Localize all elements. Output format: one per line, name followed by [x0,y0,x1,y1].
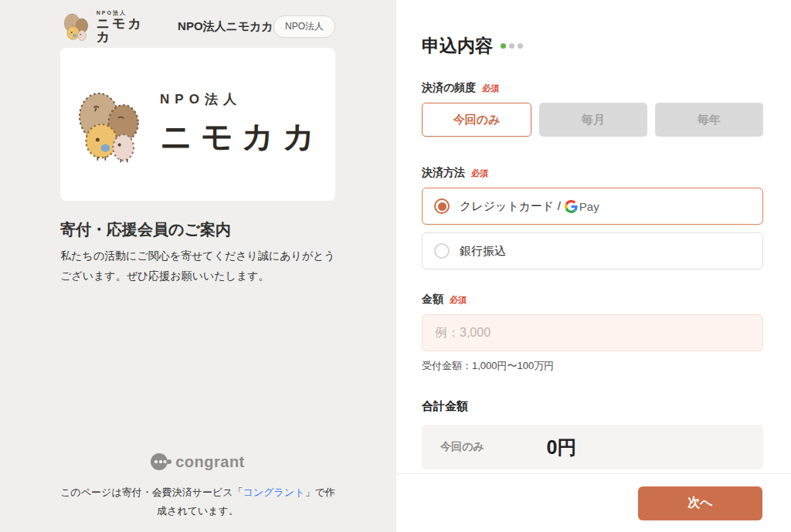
radio-selected-icon [434,198,450,214]
total-label: 合計金額 [422,399,763,414]
total-section: 合計金額 今回のみ 0円 [422,399,763,469]
congrant-link[interactable]: コングラント [243,486,305,498]
amount-helper-text: 受付金額：1,000円〜100万円 [422,359,763,373]
org-type-badge: NPO法人 [273,15,335,38]
congrant-wordmark: congrant [175,453,245,471]
frequency-buttons: 今回のみ 毎月 毎年 [422,103,763,137]
form-title: 申込内容 [422,34,493,58]
form-content: 申込内容 決済の頻度 必須 今回のみ 毎月 毎年 決済方法 必須 [396,0,791,469]
amount-label: 金額 [422,293,443,307]
radio-dot [438,202,446,211]
frequency-label-row: 決済の頻度 必須 [422,81,763,95]
credit-card-text: クレジットカード / [460,199,561,214]
method-credit-card-option[interactable]: クレジットカード / Pay [422,188,763,225]
frequency-required-badge: 必須 [482,83,499,94]
google-pay-badge: Pay [565,200,599,213]
payment-method-section: 決済方法 必須 クレジットカード / Pay [422,166,763,269]
next-button[interactable]: 次へ [638,486,762,520]
congrant-icon [151,452,171,471]
hedgehog-logo-icon [60,11,93,42]
step-indicator [501,43,523,49]
org-name-large: ニモカカ [160,116,324,158]
page-description: 私たちの活動にご関心を寄せてくださり誠にありがとうございます。ぜひ応援お願いいた… [60,246,335,286]
amount-required-badge: 必須 [450,294,467,306]
org-type-small: NPO法人 [97,10,158,15]
frequency-once-button[interactable]: 今回のみ [422,103,531,137]
method-credit-card-label: クレジットカード / Pay [460,199,599,214]
step-dot-2 [509,43,514,49]
method-required-badge: 必須 [471,168,488,179]
org-logo-card-text: NPO法人 ニモカカ [160,90,324,158]
step-dot-3 [518,43,523,49]
org-panel-inner: NPO法人 ニモカカ NPO法人ニモカカ NPO法人 [60,0,335,532]
form-footer-bar: 次へ [396,473,791,532]
form-title-row: 申込内容 [422,34,763,58]
frequency-yearly-button[interactable]: 毎年 [655,103,763,137]
frequency-label: 決済の頻度 [422,81,476,95]
org-header: NPO法人 ニモカカ NPO法人ニモカカ NPO法人 [60,9,335,43]
method-label: 決済方法 [422,166,465,180]
amount-input[interactable] [422,314,763,351]
org-panel: NPO法人 ニモカカ NPO法人ニモカカ NPO法人 [0,0,396,532]
google-pay-text: Pay [579,200,599,213]
congrant-logo: congrant [151,452,245,471]
org-name-small: ニモカカ [97,17,158,43]
application-form-panel: 申込内容 決済の頻度 必須 今回のみ 毎月 毎年 決済方法 必須 [396,0,791,532]
org-brand-name: NPO法人ニモカカ [178,19,273,34]
method-label-row: 決済方法 必須 [422,166,763,180]
org-logo-small: NPO法人 ニモカカ [60,10,158,43]
footer-text-before: このページは寄付・会費決済サービス「 [60,486,243,498]
payment-frequency-section: 決済の頻度 必須 今回のみ 毎月 毎年 [422,81,763,137]
hedgehog-family-illustration [72,81,149,168]
service-footer-text: このページは寄付・会費決済サービス「コングラント」で作成されています。 [60,483,335,520]
method-bank-transfer-option[interactable]: 銀行振込 [422,232,763,269]
amount-label-row: 金額 必須 [422,293,763,307]
org-logo-small-text: NPO法人 ニモカカ [97,10,158,43]
frequency-monthly-button[interactable]: 毎月 [539,103,647,137]
step-dot-1-active [501,43,506,49]
page-title: 寄付・応援会員のご案内 [60,219,335,240]
amount-section: 金額 必須 受付金額：1,000円〜100万円 [422,293,763,373]
method-bank-transfer-label: 銀行振込 [460,244,506,259]
total-amount-value: 0円 [422,435,701,460]
total-box: 今回のみ 0円 [422,425,763,469]
org-logo-card: NPO法人 ニモカカ [60,48,335,201]
org-logo-card-inner: NPO法人 ニモカカ [72,81,324,168]
org-type-large: NPO法人 [160,90,324,108]
service-footer: congrant このページは寄付・会費決済サービス「コングラント」で作成されて… [60,452,335,532]
google-pay-icon [565,200,578,213]
radio-unselected-icon [434,243,450,259]
